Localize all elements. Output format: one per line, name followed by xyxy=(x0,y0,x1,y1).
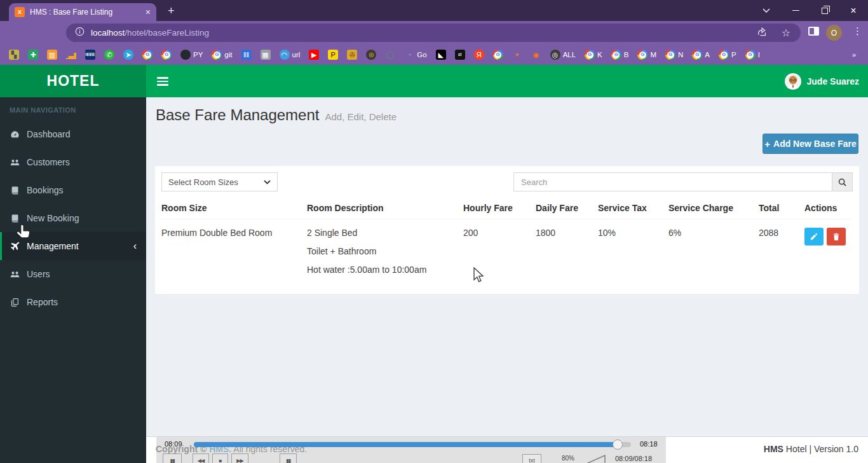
divider-button[interactable]: ▮▮ xyxy=(280,453,297,463)
browser-tab[interactable]: X HMS : Base Fare Listing × xyxy=(9,3,156,21)
window-menu-chevron-icon[interactable] xyxy=(752,0,781,21)
url-text: localhost/hotel/baseFareListing xyxy=(91,28,209,38)
favicon: ◎ xyxy=(550,50,560,60)
bookmark-item-google[interactable] xyxy=(161,50,172,60)
bookmark-item-k[interactable]: K xyxy=(585,50,602,60)
room-size-cell: Premium Double Bed Room xyxy=(161,219,307,296)
user-menu[interactable]: Jude Suarez xyxy=(785,65,859,97)
sidebar-item-label: New Booking xyxy=(27,213,79,223)
bookmark-item-analytics[interactable]: ▁▃▆ xyxy=(66,50,76,60)
stop-button[interactable]: ■ xyxy=(212,453,228,463)
minimize-button[interactable] xyxy=(781,0,810,21)
time-counter: 08:09/08:18 xyxy=(615,455,652,462)
bookmarks-overflow-chevron[interactable]: » xyxy=(849,50,859,60)
search-input[interactable] xyxy=(513,172,832,191)
bookmark-item-all[interactable]: ◎ALL xyxy=(550,50,576,60)
search-button[interactable] xyxy=(832,172,853,191)
bookmark-item-youtube[interactable]: ▶ xyxy=(309,50,319,60)
close-tab-icon[interactable]: × xyxy=(146,8,151,17)
bookmark-item-ieee[interactable]: IEEE xyxy=(85,50,95,60)
sidebar-item-new-booking[interactable]: New Booking xyxy=(0,204,146,232)
side-panel-icon[interactable] xyxy=(808,27,819,36)
room-size-select[interactable]: Select Room Sizes xyxy=(161,172,278,191)
restore-button[interactable] xyxy=(810,0,839,21)
plus-icon: + xyxy=(764,139,770,149)
url-bar[interactable]: localhost/hotel/baseFareListing ☆ xyxy=(66,24,801,42)
profile-avatar[interactable]: O xyxy=(826,25,842,41)
favicon: ✆ xyxy=(104,50,114,60)
bookmark-item-b[interactable]: B xyxy=(611,50,629,60)
edit-button[interactable] xyxy=(804,228,824,245)
bookmark-item-matlab[interactable]: ✦ xyxy=(512,50,522,60)
forward-button[interactable]: ▶▶ xyxy=(231,453,248,463)
favicon: IEEE xyxy=(85,50,95,60)
bookmark-item-cart[interactable]: ⊚ xyxy=(366,50,376,60)
bookmark-item-telegram[interactable]: ➤ xyxy=(123,50,133,60)
txt-button[interactable]: txt xyxy=(522,454,541,463)
favicon: P xyxy=(328,50,338,60)
bookmark-item-whatsapp[interactable]: ✆ xyxy=(104,50,114,60)
favicon: ▦ xyxy=(261,50,271,60)
seek-bar[interactable] xyxy=(194,442,631,447)
pause-button[interactable]: ▮▮ xyxy=(163,453,182,463)
close-window-button[interactable]: × xyxy=(839,0,868,21)
app-logo[interactable]: HOTEL xyxy=(0,65,146,97)
delete-button[interactable] xyxy=(827,228,846,245)
user-name: Jude Suarez xyxy=(807,76,859,86)
page-subtitle: Add, Edit, Delete xyxy=(325,111,397,122)
rewind-button[interactable]: ◀◀ xyxy=(193,453,209,463)
bookmark-item-a[interactable]: A xyxy=(692,50,710,60)
seek-handle[interactable] xyxy=(613,439,623,450)
bookmark-item[interactable]: ▚ xyxy=(9,50,19,60)
book-icon xyxy=(10,186,20,195)
browser-menu-icon[interactable]: ⋮ xyxy=(853,25,862,37)
bookmark-item-barcode[interactable]: ‖‖ xyxy=(241,50,252,60)
description-line: Toilet + Bathroom xyxy=(307,246,458,256)
service-tax-cell: 10% xyxy=(598,219,668,296)
sidebar-item-management[interactable]: Management‹ xyxy=(0,232,146,260)
table-header-row: Room SizeRoom DescriptionHourly FareDail… xyxy=(161,197,853,219)
bookmark-item-url[interactable]: ◠url xyxy=(280,50,301,60)
bookmark-item-google[interactable] xyxy=(493,50,503,60)
description-line: 2 Single Bed xyxy=(307,228,458,238)
sidebar-item-reports[interactable]: Reports xyxy=(0,288,146,316)
sidebar-toggle-icon[interactable] xyxy=(157,77,168,86)
google-favicon xyxy=(142,50,153,60)
bookmark-item-google[interactable] xyxy=(142,50,153,60)
sidebar-item-customers[interactable]: Customers xyxy=(0,148,146,176)
bookmark-item-i[interactable]: I xyxy=(745,50,760,60)
share-icon[interactable] xyxy=(757,27,768,39)
speaker-icon[interactable] xyxy=(586,453,610,463)
add-new-base-fare-button[interactable]: + Add New Base Fare xyxy=(763,134,858,154)
bookmarks-bar: ▚✚▥▁▃▆IEEE✆➤PYgit‖‖▦◠url▶P✇⊚◯◔Go◣clЯ✦◉◎A… xyxy=(0,45,868,65)
bookmark-item-m[interactable]: M xyxy=(637,50,656,60)
site-info-icon[interactable] xyxy=(75,27,85,39)
page-title: Base Fare ManagementAdd, Edit, Delete xyxy=(156,106,397,124)
bookmark-item-eye[interactable]: ◉ xyxy=(531,50,541,60)
bookmark-item-ring[interactable]: ◯ xyxy=(385,50,395,60)
bookmark-item-yandex[interactable]: Я xyxy=(474,50,484,60)
sidebar-item-bookings[interactable]: Bookings xyxy=(0,176,146,204)
sidebar-item-dashboard[interactable]: Dashboard xyxy=(0,120,146,148)
bookmark-item-github-py[interactable]: PY xyxy=(180,50,203,60)
bookmark-item-p2[interactable]: P xyxy=(719,50,736,60)
bookmark-item-movie[interactable]: ✇ xyxy=(347,50,357,60)
table-row: Premium Double Bed Room 2 Single BedToil… xyxy=(161,219,853,296)
bookmark-item-p[interactable]: P xyxy=(328,50,338,60)
bookmark-item-eagle[interactable]: ◣ xyxy=(436,50,446,60)
bookmark-star-icon[interactable]: ☆ xyxy=(782,27,790,39)
bookmark-item-cl[interactable]: cl xyxy=(455,50,465,60)
bookmark-item-godaddy[interactable]: ◔Go xyxy=(404,50,426,60)
bookmark-item[interactable]: ▦ xyxy=(261,50,271,60)
bookmark-item-n[interactable]: N xyxy=(665,50,683,60)
new-tab-button[interactable]: + xyxy=(168,4,175,18)
bookmark-item-git[interactable]: git xyxy=(212,50,232,60)
sidebar-item-label: Dashboard xyxy=(27,129,71,139)
users-icon xyxy=(10,158,20,167)
bookmark-item[interactable]: ▥ xyxy=(47,50,57,60)
sidebar-item-users[interactable]: Users xyxy=(0,260,146,288)
sidebar-nav: DashboardCustomersBookingsNew BookingMan… xyxy=(0,120,146,316)
plane-icon xyxy=(10,242,20,251)
bookmark-item[interactable]: ✚ xyxy=(28,50,38,60)
hourly-fare-cell: 200 xyxy=(463,219,536,296)
